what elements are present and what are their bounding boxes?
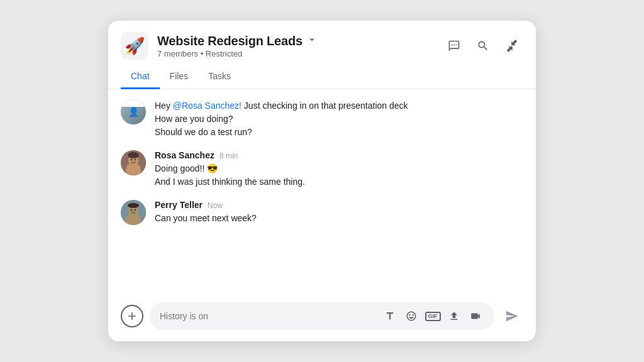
format-text-icon[interactable] xyxy=(381,307,399,325)
message-meta: Rosa Sanchez 8 min xyxy=(155,150,523,160)
message-group: Perry Teller Now Can you meet next week? xyxy=(121,200,523,225)
upload-icon[interactable] xyxy=(445,307,463,325)
tab-tasks[interactable]: Tasks xyxy=(198,66,241,89)
emoji-icon[interactable] xyxy=(402,307,420,325)
header-info: Website Redesign Leads 7 members • Restr… xyxy=(157,34,443,58)
input-box: GIF xyxy=(150,302,494,330)
video-icon[interactable] xyxy=(467,307,484,325)
svg-point-3 xyxy=(131,159,133,161)
svg-point-9 xyxy=(131,209,133,211)
message-meta: Perry Teller Now xyxy=(155,200,523,210)
avatar xyxy=(121,200,146,225)
message-time: 8 min xyxy=(219,151,238,160)
svg-point-4 xyxy=(135,159,136,161)
message-sender: Perry Teller xyxy=(155,200,203,210)
message-group: Rosa Sanchez 8 min Doing good!! 😎 And I … xyxy=(121,150,523,189)
message-text: Can you meet next week? xyxy=(155,212,523,225)
gif-icon[interactable]: GIF xyxy=(424,307,441,325)
tab-chat[interactable]: Chat xyxy=(121,66,160,89)
message-text: Hey @Rosa Sanchez! Just checking in on t… xyxy=(155,99,523,139)
message-input[interactable] xyxy=(160,311,375,321)
avatar: 👤 xyxy=(121,99,146,124)
chat-window: 🚀 Website Redesign Leads 7 members • Res… xyxy=(108,21,536,341)
space-name: Website Redesign Leads xyxy=(157,34,303,48)
svg-point-5 xyxy=(128,152,139,158)
message-text: Doing good!! 😎 And I was just thinking t… xyxy=(155,162,523,189)
chat-list-button[interactable] xyxy=(443,35,465,57)
add-button[interactable] xyxy=(121,305,143,327)
message-content: Perry Teller Now Can you meet next week? xyxy=(155,200,523,225)
tab-files[interactable]: Files xyxy=(160,66,199,89)
space-subtitle: 7 members • Restricted xyxy=(157,49,443,58)
message-sender: Rosa Sanchez xyxy=(155,150,214,160)
svg-point-10 xyxy=(135,209,136,211)
avatar xyxy=(121,150,146,175)
header: 🚀 Website Redesign Leads 7 members • Res… xyxy=(108,21,536,66)
dropdown-icon[interactable] xyxy=(306,34,318,48)
message-time: Now xyxy=(208,201,223,210)
input-area: GIF xyxy=(108,295,536,341)
gif-badge: GIF xyxy=(425,312,441,321)
message-content: Rosa Sanchez 8 min Doing good!! 😎 And I … xyxy=(155,150,523,189)
message-content: Hey @Rosa Sanchez! Just checking in on t… xyxy=(155,99,523,139)
svg-point-11 xyxy=(128,203,139,208)
send-button[interactable] xyxy=(501,305,523,327)
mention: @Rosa Sanchez! xyxy=(173,101,242,111)
header-actions xyxy=(443,35,523,57)
collapse-button[interactable] xyxy=(501,35,523,57)
messages-area: 👤 Hey @Rosa Sanchez! Just checking in on… xyxy=(108,89,536,295)
header-title: Website Redesign Leads xyxy=(157,34,443,48)
input-actions: GIF xyxy=(381,307,484,325)
space-icon: 🚀 xyxy=(121,32,148,60)
tabs: Chat Files Tasks xyxy=(108,66,536,89)
message-group: 👤 Hey @Rosa Sanchez! Just checking in on… xyxy=(121,99,523,139)
search-button[interactable] xyxy=(472,35,494,57)
